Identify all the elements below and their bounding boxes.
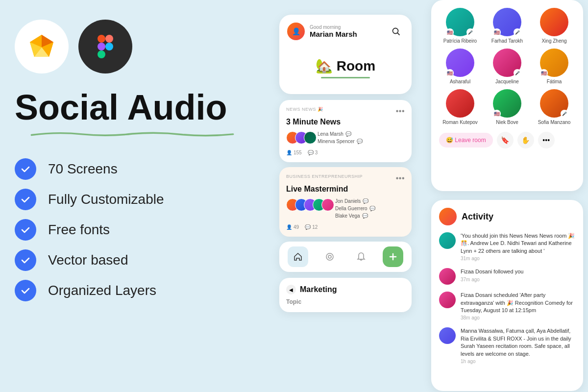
activity-item-3: Fizaa Dosani scheduled 'After party extr… [439, 292, 575, 320]
marketing-title: Marketing [300, 285, 337, 294]
business-title: Live Mastermind [286, 185, 405, 194]
activity-text-4: Manna Wassalwa, Fatuma çall, Aya Abdella… [461, 327, 575, 358]
listener-count: 👤 155 [286, 150, 302, 155]
check-icon-4 [15, 249, 36, 271]
check-icon-5 [15, 280, 36, 301]
business-content: Jon Daniels 💬 Della Guerrero 💬 Blake Veg… [286, 198, 405, 220]
feature-text-3: Free fonts [48, 222, 110, 238]
participant-2: 🇺🇸 🎤 Farhad Tarokh [486, 8, 528, 44]
svg-rect-9 [105, 35, 113, 43]
features-list: 70 Screens Fully Customizable Free fonts [15, 158, 270, 301]
topic-label: Topic [286, 298, 405, 305]
activity-avatar-3 [439, 292, 456, 308]
participant-6: 🇺🇸 Fátima [533, 49, 575, 84]
check-icon-3 [15, 219, 36, 241]
feature-item-2: Fully Customizable [15, 189, 270, 210]
participant-3: Xing Zheng [533, 8, 575, 44]
participant-name-3: Xing Zheng [541, 38, 566, 44]
greeting-name: Marian Marsh [310, 30, 357, 38]
figma-logo [78, 20, 132, 74]
room-participants-panel: 🇺🇸 🎤 Patrícia Ribeiro 🇺🇸 🎤 Farhad Tarokh… [431, 0, 583, 191]
participant-4: 🇺🇸 Asharaful [439, 49, 481, 84]
svg-rect-8 [98, 50, 105, 58]
speaker-1: Lena Marsh 💬 [318, 131, 405, 137]
svg-line-12 [398, 33, 400, 35]
nav-add-button[interactable] [383, 246, 403, 267]
activity-panel: Activity 'You should join this News News… [431, 200, 583, 391]
nav-home[interactable] [288, 246, 308, 267]
activity-avatar-4 [439, 327, 456, 344]
news-title: 3 Minute News [286, 118, 405, 126]
nav-explore[interactable] [319, 246, 340, 267]
room-actions: 😅 Leave room 🔖 ✋ ••• [439, 132, 575, 148]
feature-item-3: Free fonts [15, 219, 270, 241]
activity-item-1: 'You should join this News News News roo… [439, 232, 575, 261]
participant-5: 🎤 Jacqueline [486, 49, 528, 84]
activity-content-4: Manna Wassalwa, Fatuma çall, Aya Abdella… [461, 327, 575, 364]
activity-header: Activity [439, 208, 575, 225]
more-button[interactable]: ••• [538, 132, 555, 148]
activity-content-1: 'You should join this News News News roo… [461, 232, 575, 261]
phone-header-card: 👤 Good morning Marian Marsh 🏡 Room [279, 15, 412, 94]
bspeaker-2: Della Guerrero 💬 [335, 206, 405, 211]
room-section: 🏡 Room [287, 48, 404, 86]
left-section: Social Audio 70 Screens Fully Customizab… [15, 20, 270, 301]
user-avatar: 👤 [287, 23, 305, 40]
participant-name-7: Roman Kutepov [442, 120, 478, 125]
room-underline [321, 77, 370, 78]
user-info: 👤 Good morning Marian Marsh [287, 23, 357, 40]
participant-name-2: Farhad Tarokh [491, 38, 523, 44]
leave-room-button[interactable]: 😅 Leave room [439, 133, 493, 147]
activity-time-3: 38m ago [461, 315, 575, 320]
business-card: BUSINESS ENTREPRENEURSHIP ••• Live Maste… [279, 167, 412, 237]
activity-text-3: Fizaa Dosani scheduled 'After party extr… [461, 292, 575, 314]
business-speaker-names: Jon Daniels 💬 Della Guerrero 💬 Blake Veg… [335, 198, 405, 220]
svg-point-14 [328, 255, 331, 258]
news-menu-button[interactable]: ••• [396, 107, 405, 116]
activity-content-3: Fizaa Dosani scheduled 'After party extr… [461, 292, 575, 320]
feature-item-5: Organized Layers [15, 280, 270, 301]
news-content: Lena Marsh 💬 Minerva Spencer 💬 [286, 131, 405, 146]
b-listener-count: 👤 49 [286, 224, 299, 230]
participant-name-5: Jacqueline [495, 79, 519, 84]
feature-item-4: Vector based [15, 249, 270, 271]
activity-item-4: Manna Wassalwa, Fatuma çall, Aya Abdella… [439, 327, 575, 364]
check-icon-1 [15, 158, 36, 180]
participant-name-6: Fátima [547, 79, 562, 84]
news-card: NEWS NEWS 🎉 ••• 3 Minute News Lena Marsh… [279, 100, 412, 162]
activity-content-2: Fizaa Dosani followed you 37m ago [461, 268, 575, 285]
hand-button[interactable]: ✋ [517, 132, 534, 148]
business-label: BUSINESS ENTREPRENEURSHIP ••• [286, 174, 405, 183]
participant-8: 🇺🇸 Niek Bove [486, 89, 528, 125]
activity-item-2: Fizaa Dosani followed you 37m ago [439, 268, 575, 285]
svg-rect-6 [98, 35, 105, 43]
news-speaker-avatars [286, 131, 313, 144]
business-menu-button[interactable]: ••• [396, 174, 405, 183]
participant-name-8: Niek Bove [496, 120, 518, 125]
activity-avatar-1 [439, 232, 456, 249]
back-button[interactable]: ◀ [286, 285, 296, 294]
feature-text-5: Organized Layers [48, 283, 156, 298]
participant-7: Roman Kutepov [439, 89, 481, 125]
business-stats: 👤 49 💬 12 [286, 224, 405, 230]
search-button[interactable] [388, 24, 404, 39]
participant-name-9: Sofia Manzano [538, 120, 571, 125]
participant-name-1: Patrícia Ribeiro [443, 38, 477, 44]
feature-text-2: Fully Customizable [48, 192, 164, 207]
sketch-logo [15, 20, 69, 74]
greeting-text: Good morning [310, 24, 357, 30]
svg-point-13 [326, 253, 333, 260]
activity-time-1: 31m ago [461, 256, 575, 261]
marketing-header: ◀ Marketing [286, 285, 405, 294]
activity-avatar-2 [439, 268, 456, 285]
participant-9: 🎤 Sofia Manzano [533, 89, 575, 125]
nav-notifications[interactable] [351, 246, 371, 267]
check-icon-2 [15, 189, 36, 210]
bookmark-button[interactable]: 🔖 [497, 132, 514, 148]
phone-mockup: 👤 Good morning Marian Marsh 🏡 Room NEWS … [279, 15, 412, 312]
activity-user-avatar [439, 208, 457, 225]
greeting-block: Good morning Marian Marsh [310, 24, 357, 38]
bspeaker-3: Blake Vega 💬 [335, 213, 405, 219]
bspeaker-1: Jon Daniels 💬 [335, 198, 405, 204]
underline-decoration [15, 131, 250, 137]
